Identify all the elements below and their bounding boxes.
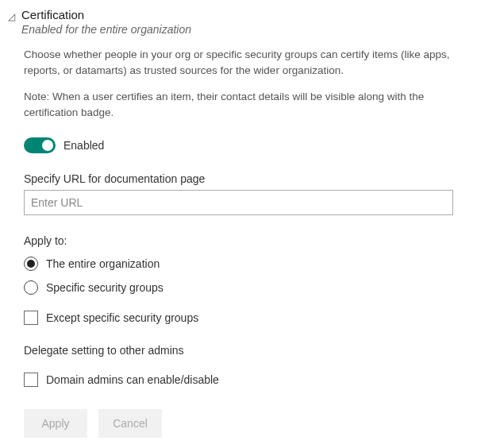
section-note: Note: When a user certifies an item, the…	[24, 89, 453, 120]
delegate-label: Delegate setting to other admins	[24, 344, 453, 357]
domain-admins-label: Domain admins can enable/disable	[46, 373, 219, 386]
checkbox-icon	[24, 373, 38, 387]
apply-to-label: Apply to:	[24, 234, 453, 247]
radio-entire-organization[interactable]: The entire organization	[24, 257, 453, 271]
section-description: Choose whether people in your org or spe…	[24, 47, 453, 78]
checkbox-domain-admins[interactable]: Domain admins can enable/disable	[24, 373, 453, 387]
header-texts: Certification Enabled for the entire org…	[21, 8, 191, 36]
section-title: Certification	[21, 8, 191, 21]
radio-selected-icon	[27, 260, 35, 268]
checkbox-except-groups[interactable]: Except specific security groups	[24, 311, 453, 325]
apply-button[interactable]: Apply	[24, 409, 87, 438]
radio-specific-label: Specific security groups	[46, 281, 163, 294]
checkbox-icon	[24, 311, 38, 325]
documentation-url-input[interactable]	[24, 190, 453, 215]
cancel-button[interactable]: Cancel	[98, 409, 162, 438]
url-field-label: Specify URL for documentation page	[24, 172, 453, 185]
section-subtitle: Enabled for the entire organization	[21, 23, 191, 36]
toggle-knob-icon	[42, 140, 53, 151]
radio-entire-label: The entire organization	[46, 257, 160, 270]
collapse-caret-icon[interactable]: ◿	[8, 10, 15, 24]
enabled-toggle[interactable]	[24, 137, 56, 153]
radio-icon	[24, 257, 38, 271]
radio-specific-groups[interactable]: Specific security groups	[24, 280, 453, 295]
enabled-toggle-label: Enabled	[63, 139, 104, 152]
except-groups-label: Except specific security groups	[46, 311, 198, 324]
radio-icon	[24, 280, 38, 295]
